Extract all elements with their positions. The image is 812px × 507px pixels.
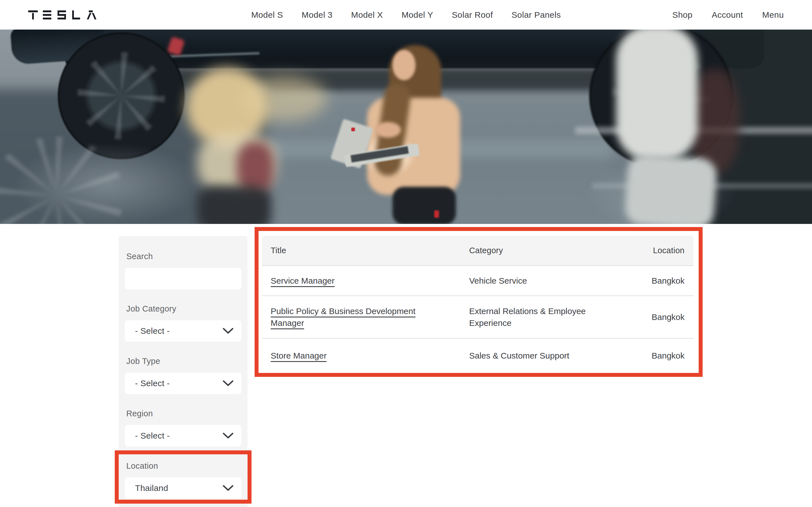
jobs-table-header: Title Category Location	[262, 236, 694, 266]
nav-item-account[interactable]: Account	[712, 10, 743, 20]
nav-secondary: Shop Account Menu	[672, 0, 784, 30]
top-nav: Model S Model 3 Model X Model Y Solar Ro…	[0, 0, 812, 30]
hero-image	[0, 30, 812, 224]
job-type-label: Job Type	[126, 356, 241, 366]
hero-woman-pants	[393, 187, 456, 224]
region-select[interactable]: - Select -	[125, 425, 241, 446]
location-filter: Location Thailand	[125, 461, 241, 499]
nav-item-menu[interactable]: Menu	[762, 10, 784, 20]
nav-item-model-y[interactable]: Model Y	[402, 10, 433, 20]
column-header-title: Title	[271, 246, 469, 255]
job-category-select[interactable]: - Select -	[125, 320, 241, 342]
region-label: Region	[126, 409, 241, 418]
nav-item-shop[interactable]: Shop	[672, 10, 693, 20]
hero-person-left-motion-blur	[243, 76, 327, 121]
job-category-cell: Vehicle Service	[469, 275, 621, 287]
job-location-cell: Bangkok	[634, 313, 684, 322]
job-link-store-manager[interactable]: Store Manager	[271, 350, 326, 362]
hero-woman-badge	[434, 210, 439, 218]
job-link-public-policy-manager[interactable]: Public Policy & Business Development Man…	[271, 305, 446, 329]
job-location-cell: Bangkok	[634, 276, 684, 286]
chevron-down-icon	[223, 328, 234, 334]
chevron-down-icon	[223, 433, 234, 439]
chevron-down-icon	[223, 380, 234, 386]
job-category-cell: Sales & Customer Support	[469, 350, 621, 362]
column-header-category: Category	[469, 246, 634, 255]
table-row: Public Policy & Business Development Man…	[262, 296, 694, 339]
hero-person-left-legs	[197, 186, 271, 224]
nav-item-solar-roof[interactable]: Solar Roof	[452, 10, 493, 20]
nav-item-model-x[interactable]: Model X	[351, 10, 383, 20]
hero-person-right-skirt	[624, 153, 718, 224]
search-filter: Search	[125, 251, 241, 289]
hero-person-left-arm	[237, 142, 273, 193]
job-link-service-manager[interactable]: Service Manager	[271, 275, 335, 287]
nav-item-solar-panels[interactable]: Solar Panels	[511, 10, 561, 20]
location-label: Location	[126, 461, 241, 471]
nav-item-model-3[interactable]: Model 3	[302, 10, 333, 20]
job-type-select[interactable]: - Select -	[125, 373, 241, 394]
hero-woman-face	[393, 50, 416, 80]
job-category-label: Job Category	[126, 304, 241, 314]
job-type-value: - Select -	[135, 379, 170, 388]
hero-laptop-tesla-logo	[351, 128, 355, 131]
job-location-cell: Bangkok	[634, 351, 684, 360]
job-type-filter: Job Type - Select -	[125, 356, 241, 394]
job-category-value: - Select -	[135, 326, 170, 336]
location-value: Thailand	[135, 483, 168, 493]
hero-woman-hand	[375, 122, 401, 138]
column-header-location: Location	[634, 246, 684, 255]
chevron-down-icon	[223, 485, 234, 491]
hero-front-wheel-spokes	[78, 52, 165, 139]
hero-person-right-jacket	[616, 30, 698, 161]
region-value: - Select -	[135, 431, 170, 441]
search-input[interactable]	[125, 268, 241, 289]
location-select[interactable]: Thailand	[125, 477, 241, 499]
search-label: Search	[126, 251, 241, 261]
job-category-cell: External Relations & Employee Experience	[469, 305, 621, 329]
jobs-table: Title Category Location Service Manager …	[262, 236, 694, 373]
nav-item-model-s[interactable]: Model S	[251, 10, 283, 20]
job-filters-panel: Search Job Category - Select - Job Type …	[118, 236, 248, 507]
job-category-filter: Job Category - Select -	[125, 304, 241, 342]
table-row: Store Manager Sales & Customer Support B…	[262, 339, 694, 373]
table-row: Service Manager Vehicle Service Bangkok	[262, 266, 694, 296]
region-filter: Region - Select -	[125, 409, 241, 446]
